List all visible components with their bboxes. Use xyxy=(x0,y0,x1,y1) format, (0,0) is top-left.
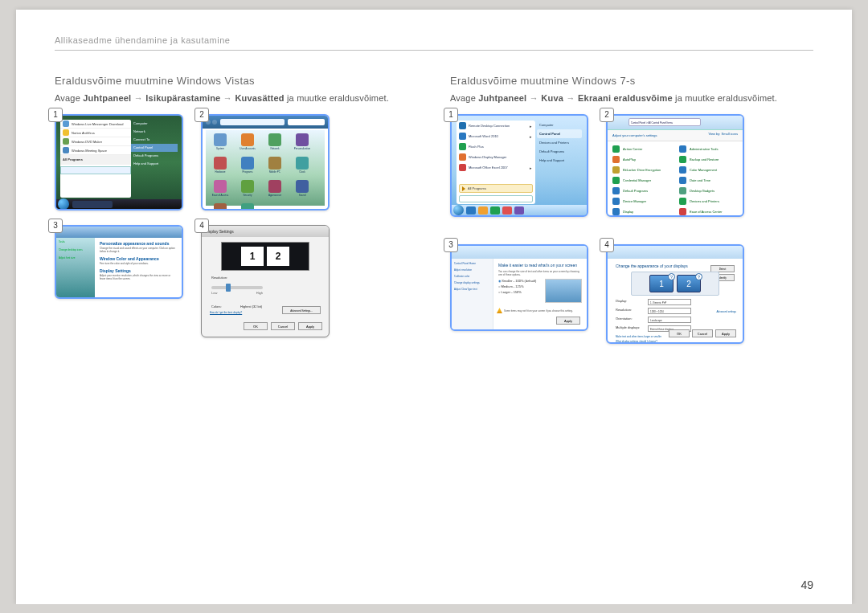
slider-high: High xyxy=(256,291,263,295)
window-titlebar xyxy=(203,116,328,129)
cp-icon xyxy=(679,198,686,205)
mon-num: 1 xyxy=(659,280,664,288)
search-box xyxy=(288,119,325,125)
two-column-layout: Eraldusvõime muutmine Windows Vistas Ava… xyxy=(55,75,813,358)
right-pane-item: Computer xyxy=(537,121,582,129)
desc-post: ja muutke eraldusvõimet. xyxy=(285,93,389,103)
program-icon xyxy=(459,164,466,171)
right-pane-item: Network xyxy=(131,128,178,136)
window-titlebar xyxy=(608,246,743,259)
submenu-arrow-icon: ▸ xyxy=(530,124,532,129)
help-link: What display settings should I choose? xyxy=(616,340,735,343)
dialog-buttons: OK Cancel Apply xyxy=(669,329,736,337)
program-label: Windows Live Messenger Download xyxy=(72,122,123,126)
all-programs-label: All Programs xyxy=(468,186,486,190)
field-row: Display:1. Generic PnP xyxy=(616,299,735,305)
step-number-badge: 1 xyxy=(48,108,63,122)
win7-screen-resolution-screenshot: Change the appearance of your displays D… xyxy=(606,244,744,344)
control-panel-item: Ease of Access xyxy=(209,180,231,201)
info-badge-icon: ? xyxy=(668,273,675,280)
cp-label: Ease of Access Center xyxy=(690,210,722,214)
vista-section-title: Eraldusvõime muutmine Windows Vistas xyxy=(55,75,418,87)
cp-item: BitLocker Drive Encryption xyxy=(612,166,671,174)
start-search-box xyxy=(60,166,131,174)
address-bar: Control Panel > All Control Panel Items xyxy=(628,118,701,126)
content-heading: Make it easier to read what's on your sc… xyxy=(498,263,582,268)
mon-num: 2 xyxy=(686,280,691,288)
taskbar xyxy=(56,199,182,209)
program-label: Windows Meeting Space xyxy=(72,149,107,153)
cp-icon xyxy=(679,156,686,163)
cp-icon xyxy=(612,177,620,184)
dialog-title: Display Settings xyxy=(202,226,329,237)
cp-items-list: Action Center Administrative Tools AutoP… xyxy=(612,145,738,212)
win7-steps-row-2: 3 Control Panel Home Adjust resolution C… xyxy=(450,244,813,344)
advanced-settings-link: Advanced settings xyxy=(716,310,736,313)
program-label: Windows Display Manager xyxy=(469,155,506,159)
program-icon xyxy=(63,138,69,145)
control-panel-item: Personalization xyxy=(291,133,313,154)
cp-icon xyxy=(214,157,227,170)
cp-icon xyxy=(241,157,254,170)
control-panel-item: Hardware xyxy=(209,157,231,178)
desc-pre: Avage xyxy=(450,93,478,103)
step-number-badge: 3 xyxy=(444,238,458,252)
step-number-badge: 3 xyxy=(48,219,63,233)
cp-label: System xyxy=(216,147,224,150)
all-programs-item: All Programs xyxy=(60,155,131,165)
right-pane-item: Devices and Printers xyxy=(537,138,582,147)
cp-item: Device Manager xyxy=(612,197,671,206)
taskbar-app-icon xyxy=(514,206,524,215)
control-panel-item: Security xyxy=(236,180,259,201)
apply-button: Apply xyxy=(556,317,580,325)
start-orb-icon xyxy=(58,198,69,210)
taskbar xyxy=(452,205,587,215)
program-label: Flash Plus xyxy=(469,145,484,149)
side-link: Adjust resolution xyxy=(454,268,490,272)
side-link: Control Panel Home xyxy=(454,262,490,265)
ok-button: OK xyxy=(669,329,690,337)
page-header: Allikaseadme ühendamine ja kasutamine xyxy=(55,35,813,51)
cp-icon xyxy=(612,198,620,205)
side-link: Calibrate color xyxy=(454,275,490,278)
cp-icon xyxy=(241,203,254,210)
vista-section-desc: Avage Juhtpaneel→Isikupärastamine→Kuvasä… xyxy=(55,93,418,103)
right-pane-item: Help and Support xyxy=(537,156,582,165)
cp-icon xyxy=(679,208,686,215)
control-panel-item: Mobile PC xyxy=(264,157,286,178)
win7-start-menu-screenshot: Remote Desktop Connection▸ Microsoft Wor… xyxy=(450,114,588,217)
column-vista: Eraldusvõime muutmine Windows Vistas Ava… xyxy=(55,75,418,358)
desc-p1: Juhtpaneel xyxy=(83,93,131,103)
cp-icon xyxy=(268,157,281,170)
desc-p2: Isikupärastamine xyxy=(145,93,220,103)
right-pane-item-highlighted: Control Panel xyxy=(131,144,178,152)
window-titlebar xyxy=(56,227,182,238)
cp-label: Mobile PC xyxy=(269,170,280,174)
cp-item: Devices and Printers xyxy=(679,197,738,206)
warning-text: Some items may not fit on your screen if… xyxy=(504,309,573,313)
all-programs-item: All Programs xyxy=(459,184,533,193)
cp-item: Action Center xyxy=(612,145,671,153)
vista-step-3: 3 Tasks Change desktop icons Adjust font… xyxy=(55,225,183,337)
program-icon xyxy=(63,121,69,127)
arrow-icon: → xyxy=(526,93,541,103)
program-icon xyxy=(63,147,69,153)
right-pane-item: Help and Support xyxy=(131,160,178,168)
program-label: Remote Desktop Connection xyxy=(469,124,510,128)
win7-step-3: 3 Control Panel Home Adjust resolution C… xyxy=(450,244,588,344)
program-icon xyxy=(63,129,69,136)
start-menu-left-pane: Remote Desktop Connection▸ Microsoft Wor… xyxy=(457,121,535,204)
control-panel-item: System xyxy=(209,133,231,154)
content-text: You can change the size of text and othe… xyxy=(498,270,582,276)
cp-icon xyxy=(612,145,620,153)
start-orb-icon xyxy=(453,205,464,215)
cancel-button: Cancel xyxy=(692,329,713,337)
vista-step-1: 1 Windows Live Messenger Download Norton… xyxy=(55,114,183,210)
content-pane: Personalize appearance and sounds Change… xyxy=(95,238,182,297)
cp-icon xyxy=(679,145,686,153)
program-label: Microsoft Word 2010 xyxy=(469,134,498,138)
step-number-badge: 2 xyxy=(194,108,209,122)
right-pane-item: Default Programs xyxy=(131,152,178,160)
cp-label: Security xyxy=(244,194,252,197)
control-panel-item: Sound xyxy=(291,180,313,201)
